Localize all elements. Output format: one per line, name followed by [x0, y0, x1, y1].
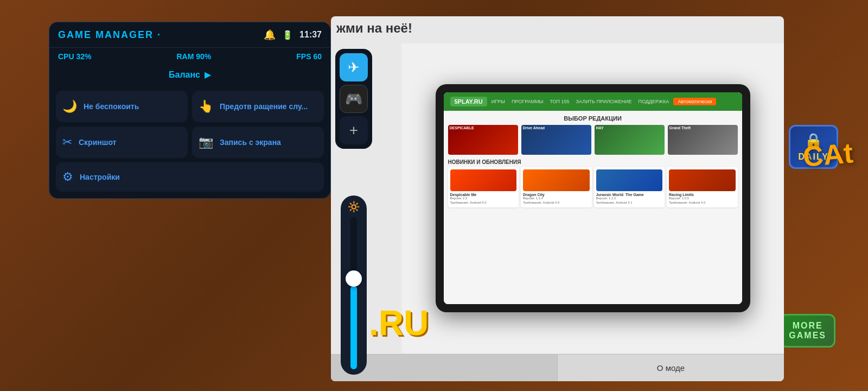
prevent-touch-label: Предотв ращение слу...	[220, 102, 308, 111]
fps-label: FPS	[296, 52, 311, 61]
new-updates-title: НОВИНКИ И ОБНОВЛЕНИЯ	[448, 159, 738, 165]
more-games-line1: MORE	[789, 321, 826, 331]
side-toolbar: ✈ 🎮 +	[335, 49, 372, 149]
ram-stat: RAM 90%	[176, 52, 211, 61]
gm-button-grid: 🌙 Не беспокоить 👆 Предотв ращение слу...…	[49, 86, 330, 162]
gm-mode-label: Баланс	[169, 70, 200, 80]
screen-record-label: Запись с экрана	[220, 137, 281, 147]
nav-item-top: ТОП 155	[550, 99, 570, 104]
site-nav: ИГРЫ ПРОГРАММЫ ТОП 155 ЗАЛИТЬ ПРИЛОЖЕНИЕ…	[492, 99, 669, 104]
site-logo: 5PLAY.RU	[450, 97, 487, 106]
game-thumb-4: Grand Theft	[668, 125, 738, 155]
gamepad-icon-button[interactable]: 🎮	[340, 85, 368, 113]
content-frame: жми на неё! 5PLAY.RU ИГРЫ ПРОГРАММЫ ТОП …	[331, 16, 784, 381]
new-game-icon-2	[523, 169, 590, 191]
nav-item-games: ИГРЫ	[492, 99, 505, 104]
bell-icon[interactable]: 🔔	[264, 29, 276, 41]
bottom-bar: О моде	[331, 354, 784, 381]
game-thumb-3: HAY	[595, 125, 665, 155]
ru-big-text: .RU	[369, 303, 429, 343]
gm-title: GAME MANAGER ·	[58, 29, 161, 41]
screenshot-label: Скриншот	[79, 137, 116, 147]
game-thumb-1: DESPICABLE	[448, 125, 518, 155]
nav-item-programs: ПРОГРАММЫ	[512, 99, 544, 104]
gm-mode-arrow-icon: ▶	[205, 70, 211, 80]
nav-tab-active: Автоматически	[673, 98, 716, 105]
nav-item-support: ПОДДЕРЖКА	[638, 99, 669, 104]
site-body: ВЫБОР РЕДАКЦИИ DESPICABLE Drive Ahead HA…	[444, 111, 742, 304]
fps-value: 60	[313, 52, 322, 61]
gm-stats-row: CPU 32% RAM 90% FPS 60	[49, 48, 330, 65]
brightness-slider[interactable]: 🔆	[341, 195, 367, 375]
new-games-grid: Despicable Me Версия: 2.2Требования: And…	[448, 167, 738, 207]
screen-record-button[interactable]: 📷 Запись с экрана	[192, 127, 324, 158]
gm-icons: 🔔 🔋 11:37	[264, 29, 322, 41]
new-game-icon-4	[669, 169, 736, 191]
add-app-button[interactable]: +	[340, 116, 368, 144]
game-manager-panel: GAME MANAGER · 🔔 🔋 11:37 CPU 32% RAM 90%…	[49, 22, 331, 199]
time-display: 11:37	[299, 30, 322, 40]
telegram-icon: ✈	[348, 59, 360, 76]
o-mode-button[interactable]: О моде	[558, 355, 784, 381]
moon-icon: 🌙	[62, 99, 77, 113]
new-game-icon-1	[450, 169, 517, 191]
slider-thumb[interactable]	[346, 270, 362, 287]
game-thumb-2: Drive Ahead	[521, 125, 591, 155]
do-not-disturb-label: Не беспокоить	[84, 102, 139, 111]
gear-icon: ⚙	[62, 170, 73, 184]
scissors-icon: ✂	[62, 135, 72, 149]
plus-icon: +	[349, 122, 358, 139]
new-game-item-1: Despicable Me Версия: 2.2Требования: And…	[448, 167, 519, 207]
more-games-badge[interactable]: MORE GAMES	[780, 314, 835, 348]
slider-track	[350, 217, 357, 369]
editor-choice-title: ВЫБОР РЕДАКЦИИ	[448, 115, 738, 122]
settings-button[interactable]: ⚙ Настройки	[56, 162, 324, 192]
cat-text: CAt	[801, 136, 854, 173]
settings-label: Настройки	[80, 173, 120, 181]
cpu-stat: CPU 32%	[58, 52, 91, 61]
tablet-screen: 5PLAY.RU ИГРЫ ПРОГРАММЫ ТОП 155 ЗАЛИТЬ П…	[444, 92, 742, 304]
gamepad-icon: 🎮	[345, 91, 362, 108]
gm-header: GAME MANAGER · 🔔 🔋 11:37	[49, 22, 330, 48]
site-header: 5PLAY.RU ИГРЫ ПРОГРАММЫ ТОП 155 ЗАЛИТЬ П…	[444, 92, 742, 111]
brightness-icon: 🔆	[348, 201, 360, 213]
do-not-disturb-button[interactable]: 🌙 Не беспокоить	[56, 91, 188, 122]
tablet-mockup: 5PLAY.RU ИГРЫ ПРОГРАММЫ ТОП 155 ЗАЛИТЬ П…	[436, 84, 750, 312]
battery-icon: 🔋	[282, 30, 293, 40]
press-text: жми на неё!	[336, 21, 784, 36]
prevent-touch-button[interactable]: 👆 Предотв ращение слу...	[192, 91, 324, 122]
slider-fill	[350, 286, 357, 369]
telegram-icon-button[interactable]: ✈	[340, 53, 368, 81]
screenshot-button[interactable]: ✂ Скриншот	[56, 127, 188, 158]
nav-item-submit: ЗАЛИТЬ ПРИЛОЖЕНИЕ	[576, 99, 632, 104]
gm-title-suffix: ·	[157, 29, 161, 40]
new-game-icon-3	[596, 169, 663, 191]
ram-label: RAM	[176, 52, 194, 61]
touch-icon: 👆	[199, 99, 213, 113]
games-grid: DESPICABLE Drive Ahead HAY Grand Theft	[448, 125, 738, 155]
cpu-label: CPU	[58, 52, 74, 61]
gm-mode-selector[interactable]: Баланс ▶	[49, 65, 330, 86]
new-game-item-2: Dragon City Версия: 1.1.4Требования: And…	[521, 167, 592, 207]
tablet-area: 5PLAY.RU ИГРЫ ПРОГРАММЫ ТОП 155 ЗАЛИТЬ П…	[401, 43, 784, 353]
new-game-item-4: Racing Limits Версия: 1.0.5Требования: A…	[667, 167, 738, 207]
ram-value: 90%	[196, 52, 211, 61]
cpu-value: 32%	[76, 52, 91, 61]
fps-stat: FPS 60	[296, 52, 322, 61]
new-game-item-3: Jurassic World: The Game Версия: 1.2.2Тр…	[594, 167, 665, 207]
more-games-line2: GAMES	[789, 331, 826, 340]
gm-title-text: GAME MANAGER	[58, 29, 154, 40]
camera-icon: 📷	[199, 135, 213, 149]
